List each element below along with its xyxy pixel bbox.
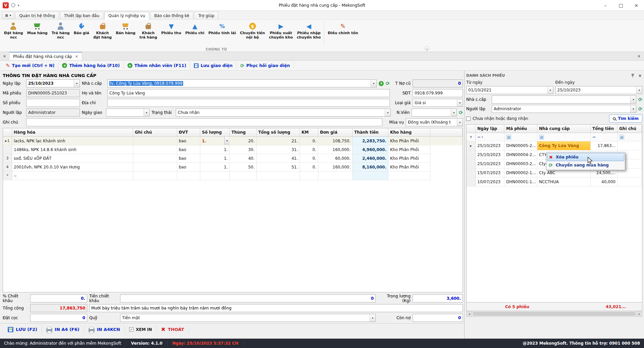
cell-nha-cung-cap-selected[interactable]: Công Ty Lúa Vàng xyxy=(537,141,591,150)
cell-ghi-chu[interactable] xyxy=(618,141,642,150)
caret-down-icon[interactable]: ▾ xyxy=(457,99,463,107)
cell-kho-hang[interactable]: Kho Phân Phối xyxy=(388,163,430,171)
cell-dvt[interactable]: bao xyxy=(177,154,200,163)
tu-ngay-input[interactable]: 01/10/2021 ▾ xyxy=(466,86,553,94)
toolbar-dieu-chinh-ton[interactable]: ✎ Điều chỉnh tồn xyxy=(326,21,360,37)
filter-ghi-chu[interactable]: ▤ xyxy=(618,133,642,141)
cell-ma-phieu[interactable]: DHN00002-1... xyxy=(504,168,537,178)
mua-vu-combo[interactable]: Đông xuân (Khoảng t ▾ xyxy=(406,118,463,126)
exit-button[interactable]: ✖ THOÁT xyxy=(157,326,189,334)
scroll-right-icon[interactable]: ▸ xyxy=(636,311,642,317)
cell-tong-so-luong[interactable]: 31. xyxy=(257,145,300,154)
cell-so-luong[interactable]: 1. xyxy=(200,163,230,171)
cell-hang-hoa[interactable]: 20010vh, NPK 20.0.10 Vạn Hưng xyxy=(12,163,133,171)
caret-down-icon[interactable]: ▾ xyxy=(457,119,463,126)
cell-kho-hang[interactable]: Kho Phân Phối xyxy=(388,137,430,145)
caret-down-icon[interactable]: ▾ xyxy=(451,109,457,116)
cell-hang-hoa[interactable]: lacks, NPK lạc Khánh sinh xyxy=(12,137,133,145)
cell-tong-so-luong[interactable]: 41. xyxy=(257,154,300,163)
cell-tong-so-luong[interactable] xyxy=(257,171,300,180)
restore-layout-button[interactable]: ⟳ Phục hồi giao diện xyxy=(237,62,294,69)
save-layout-button[interactable]: Lưu giao diện xyxy=(190,62,236,69)
cell-dvt[interactable] xyxy=(177,171,200,180)
cell-ma-phieu[interactable]: DHN00004-2... xyxy=(504,150,537,159)
table-row[interactable]: 1486ks, NPK 14.8.6 khánh sinh bao 1. 30.… xyxy=(3,145,463,154)
tab-close-right-button[interactable]: × xyxy=(634,52,644,60)
cell-thung[interactable]: 50. xyxy=(230,163,257,171)
table-row[interactable]: ▸1 lacks, NPK lạc Khánh sinh bao 1. ▾ 20… xyxy=(3,137,463,145)
toolbar-tra-hang-ncc[interactable]: Trả hàng ncc xyxy=(50,21,72,41)
cell-don-gia[interactable]: 160,000. xyxy=(318,145,353,154)
filter-nha-cung-cap[interactable]: ▤ xyxy=(537,133,591,141)
panel-nha-ccap-combo[interactable]: ▾ xyxy=(492,95,636,103)
cell-thung[interactable]: 20. xyxy=(230,137,257,145)
caret-down-icon[interactable]: ▾ xyxy=(371,80,376,87)
cell-so-luong-editing[interactable]: 1. ▾ xyxy=(200,137,230,145)
tab-phieu-dat-hang[interactable]: Phiếu đặt hàng nhà cung cấp × xyxy=(9,52,82,60)
preview-checkbox[interactable]: ✓ XEM IN xyxy=(125,326,157,334)
tab-close-left-button[interactable]: × xyxy=(0,52,9,60)
col-tong-so-luong[interactable]: Tổng số lượng xyxy=(257,128,300,137)
ribbon-tab-thiet-lap[interactable]: Thiết lập ban đầu xyxy=(60,12,103,19)
caret-down-icon[interactable]: ▾ xyxy=(370,314,375,322)
quick-access-icon[interactable] xyxy=(11,3,15,7)
cell-km[interactable]: 0. xyxy=(300,137,318,145)
cell-tong-tien[interactable]: 17,863... xyxy=(591,141,618,150)
voucher-row[interactable]: ▸ 25/10/2023 DHN00005-2... Công Ty Lúa V… xyxy=(467,141,642,150)
refresh-supplier-icon[interactable]: ⟳ xyxy=(386,81,390,86)
cell-dvt[interactable]: bao xyxy=(177,137,200,145)
col-nha-cung-cap[interactable]: Nhà cung cấp xyxy=(537,125,591,133)
caret-down-icon[interactable]: ▾ xyxy=(74,80,79,87)
cell-tong-tien[interactable]: 40,000 xyxy=(591,178,618,187)
save-button[interactable]: LƯU (F2) xyxy=(3,326,42,334)
scroll-left-icon[interactable]: ◂ xyxy=(467,311,472,317)
tien-chiet-khau-input[interactable]: 0 xyxy=(120,294,376,302)
cell-ma-phieu[interactable]: DHN00003-2... xyxy=(504,159,537,168)
col-so-luong[interactable]: Số lượng xyxy=(200,128,230,137)
caret-down-icon[interactable]: ▾ xyxy=(630,105,636,113)
cell-ma-phieu[interactable]: DHN00001-1... xyxy=(504,178,537,187)
cell-so-luong[interactable]: 1. xyxy=(200,154,230,163)
cell-don-gia[interactable]: 60,000. xyxy=(318,154,353,163)
loai-gia-combo[interactable]: Giá sỉ ▾ xyxy=(413,99,463,107)
cell-kho-hang[interactable]: Kho Phân Phối xyxy=(388,154,430,163)
caret-down-icon[interactable]: ▾ xyxy=(630,96,636,103)
new-button[interactable]: ✎ Tạo mới (Ctrl + N) xyxy=(2,62,58,69)
print-a4-button[interactable]: IN A4 (F6) xyxy=(42,326,84,334)
cell-hang-hoa[interactable]: sxđ, SIÊU xỐP ĐẤT xyxy=(12,154,133,163)
col-hang-hoa[interactable]: Hàng hóa xyxy=(12,128,133,137)
quick-access-caret-icon[interactable]: ▾ xyxy=(18,4,19,7)
toolbar-phieu-tinh-lai[interactable]: % Phiếu tính lãi xyxy=(206,21,238,37)
pin-icon[interactable] xyxy=(631,73,635,78)
ribbon-menu-button[interactable]: ▦ ▾ xyxy=(2,12,14,19)
cell-ghi-chu[interactable] xyxy=(133,171,177,180)
nha-ccap-combo[interactable]: lv, Công Ty Lúa Vàng, 0918.079.999 ▾ xyxy=(107,79,377,87)
cell-hang-hoa[interactable]: 1486ks, NPK 14.8.6 khánh sinh xyxy=(12,145,133,154)
col-ghi-chu[interactable]: Ghi chú xyxy=(618,125,642,133)
caret-down-icon[interactable]: ▾ xyxy=(636,86,642,94)
context-menu-convert[interactable]: ⟳ Chuyển sang mua hàng xyxy=(547,161,624,169)
cell-don-gia[interactable]: 108,750. xyxy=(318,137,353,145)
cell-km[interactable]: 0. xyxy=(300,154,318,163)
toolbar-bao-gia[interactable]: Báo giá xyxy=(72,21,91,37)
ribbon-tab-quan-tri[interactable]: Quản trị hệ thống xyxy=(15,12,59,19)
ribbon-tab-bao-cao[interactable]: Báo cáo thống kê xyxy=(150,12,193,19)
cell-don-gia[interactable]: 160,000. xyxy=(318,163,353,171)
col-don-gia[interactable]: Đơn giá xyxy=(318,128,353,137)
cell-thanh-tien[interactable]: 2,283,750. xyxy=(353,137,388,145)
cell-thanh-tien[interactable]: 4,960,000. xyxy=(353,145,388,154)
table-row[interactable]: 3 sxđ, SIÊU xỐP ĐẤT bao 1. 40. 41. 0. 60… xyxy=(3,154,463,163)
sdt-input[interactable]: 0918.079.999 xyxy=(413,89,463,97)
col-thung[interactable]: Thùng xyxy=(230,128,257,137)
ribbon-tab-nghiep-vu[interactable]: Quản lý nghiệp vụ xyxy=(104,12,149,19)
cell-ngay-lap[interactable]: 10/07/2023 xyxy=(476,178,504,187)
cell-km[interactable]: 0. xyxy=(300,163,318,171)
filter-tong-tien[interactable]: = xyxy=(591,133,618,141)
status-filter-checkbox[interactable] xyxy=(466,117,471,121)
add-item-button[interactable]: + Thêm hàng hóa (F10) xyxy=(58,62,123,69)
filter-ngay-lap[interactable]: =▾ xyxy=(476,133,504,141)
cell-tong-so-luong[interactable]: 51. xyxy=(257,163,300,171)
caret-down-icon[interactable]: ▾ xyxy=(224,137,229,145)
cell-dvt[interactable]: bao xyxy=(177,163,200,171)
panel-close-icon[interactable]: × xyxy=(638,73,642,78)
